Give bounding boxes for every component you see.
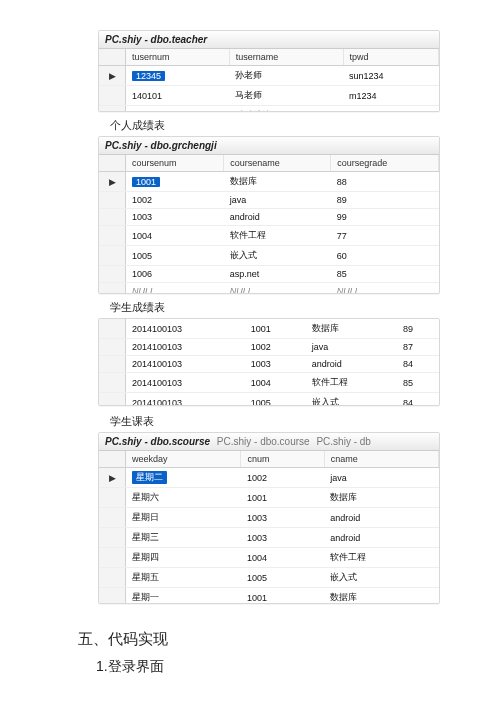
table-cell[interactable]: 2014100103 (126, 373, 245, 393)
col-header[interactable]: cname (324, 451, 438, 468)
table-cell[interactable]: 1004 (245, 373, 306, 393)
table-row[interactable]: 星期四1004软件工程 (99, 548, 439, 568)
table-cell[interactable]: 77 (331, 226, 439, 246)
table-cell[interactable]: 嵌入式 (324, 568, 438, 588)
table-cell[interactable]: 数据库 (224, 172, 331, 192)
table-cell[interactable]: 1003 (241, 508, 324, 528)
row-marker[interactable]: ▶ (99, 468, 126, 488)
table-cell[interactable]: 1004 (126, 226, 224, 246)
row-marker[interactable] (99, 488, 126, 508)
row-marker[interactable] (99, 283, 126, 295)
table-cell[interactable]: 马老师 (229, 86, 343, 106)
table-cell[interactable]: 星期日 (126, 508, 241, 528)
table-cell[interactable]: ip456 (343, 106, 438, 113)
table-row[interactable]: 星期三1003android (99, 528, 439, 548)
row-marker[interactable] (99, 106, 126, 113)
table-cell[interactable]: 星期六 (126, 488, 241, 508)
table-cell[interactable]: java (324, 468, 438, 488)
table-cell[interactable]: 1001 (241, 588, 324, 605)
table-cell[interactable]: 软件工程 (324, 548, 438, 568)
col-header[interactable]: weekday (126, 451, 241, 468)
table-cell[interactable]: 2014100103 (126, 393, 245, 407)
table-cell[interactable]: 软件工程 (224, 226, 331, 246)
table-cell[interactable]: asp.net (224, 266, 331, 283)
table-cell[interactable]: 89 (331, 192, 439, 209)
table-row[interactable]: 140101马老师m1234 (99, 86, 439, 106)
table-cell[interactable]: 88 (331, 172, 439, 192)
tab-inactive[interactable]: PC.shiy - db (316, 436, 370, 447)
table-cell[interactable]: 1003 (126, 209, 224, 226)
table-cell[interactable]: 2014100103 (126, 339, 245, 356)
table-row[interactable]: 星期六1001数据库 (99, 488, 439, 508)
table-cell[interactable]: 1001 (126, 172, 224, 192)
teacher-table[interactable]: tusernum tusername tpwd ▶12345孙老师sun1234… (99, 49, 439, 112)
grchengji-table[interactable]: coursenum coursename coursegrade ▶1001数据… (99, 155, 439, 294)
col-header[interactable]: coursegrade (331, 155, 439, 172)
table-cell[interactable]: 1006 (126, 266, 224, 283)
table-row[interactable]: ▶12345孙老师sun1234 (99, 66, 439, 86)
table-row[interactable]: 20141001031003android84 (99, 356, 439, 373)
table-cell[interactable]: 数据库 (324, 588, 438, 605)
table-cell[interactable]: m1234 (343, 86, 438, 106)
table-cell[interactable]: 12345 (126, 66, 230, 86)
table-cell[interactable]: 数据库 (306, 319, 397, 339)
row-marker[interactable] (99, 588, 126, 605)
table-cell[interactable]: java (306, 339, 397, 356)
table-row[interactable]: 星期日1003android (99, 508, 439, 528)
table-row[interactable]: 1401010斤斤计较ip456 (99, 106, 439, 113)
table-cell[interactable]: 数据库 (324, 488, 438, 508)
row-marker[interactable] (99, 192, 126, 209)
row-marker[interactable] (99, 319, 126, 339)
table-cell[interactable]: 84 (397, 356, 439, 373)
table-cell[interactable]: 1002 (245, 339, 306, 356)
table-cell[interactable]: NULL (126, 283, 224, 295)
table-cell[interactable]: android (324, 528, 438, 548)
student-grades-table[interactable]: 20141001031001数据库8920141001031002java872… (99, 319, 439, 406)
table-cell[interactable]: 85 (397, 373, 439, 393)
table-cell[interactable]: 87 (397, 339, 439, 356)
row-marker[interactable] (99, 373, 126, 393)
table-cell[interactable]: 1005 (126, 246, 224, 266)
table-cell[interactable]: NULL (331, 283, 439, 295)
row-marker[interactable] (99, 246, 126, 266)
table-cell[interactable]: 1401010 (126, 106, 230, 113)
table-row[interactable]: 20141001031002java87 (99, 339, 439, 356)
col-header[interactable]: tpwd (343, 49, 438, 66)
table-row[interactable]: 20141001031005嵌入式84 (99, 393, 439, 407)
table-cell[interactable]: 1004 (241, 548, 324, 568)
table-cell[interactable]: 2014100103 (126, 356, 245, 373)
table-cell[interactable]: 85 (331, 266, 439, 283)
table-row[interactable]: 20141001031004软件工程85 (99, 373, 439, 393)
table-row[interactable]: ▶星期二1002java (99, 468, 439, 488)
table-cell[interactable]: android (224, 209, 331, 226)
col-header[interactable]: coursename (224, 155, 331, 172)
table-cell[interactable]: 99 (331, 209, 439, 226)
row-marker[interactable] (99, 226, 126, 246)
table-cell[interactable]: NULL (224, 283, 331, 295)
table-cell[interactable]: 星期三 (126, 528, 241, 548)
table-row[interactable]: 星期五1005嵌入式 (99, 568, 439, 588)
table-row[interactable]: 20141001031001数据库89 (99, 319, 439, 339)
table-row[interactable]: ▶1001数据库88 (99, 172, 439, 192)
scourse-table[interactable]: weekday cnum cname ▶星期二1002java星期六1001数据… (99, 451, 439, 604)
table-cell[interactable]: 1002 (126, 192, 224, 209)
row-marker[interactable] (99, 86, 126, 106)
table-cell[interactable]: 1001 (245, 319, 306, 339)
table-row[interactable]: 1006asp.net85 (99, 266, 439, 283)
table-cell[interactable]: java (224, 192, 331, 209)
table-cell[interactable]: 60 (331, 246, 439, 266)
table-cell[interactable]: 1002 (241, 468, 324, 488)
row-marker[interactable] (99, 209, 126, 226)
table-cell[interactable]: android (306, 356, 397, 373)
table-cell[interactable]: android (324, 508, 438, 528)
table-cell[interactable]: 星期一 (126, 588, 241, 605)
table-row[interactable]: NULLNULLNULL (99, 283, 439, 295)
tab-active[interactable]: PC.shiy - dbo.scourse (105, 436, 210, 447)
col-header[interactable]: coursenum (126, 155, 224, 172)
table-row[interactable]: 1002java89 (99, 192, 439, 209)
col-header[interactable]: tusername (229, 49, 343, 66)
table-cell[interactable]: 星期二 (126, 468, 241, 488)
table-cell[interactable]: 89 (397, 319, 439, 339)
table-cell[interactable]: 140101 (126, 86, 230, 106)
table-cell[interactable]: 1005 (241, 568, 324, 588)
